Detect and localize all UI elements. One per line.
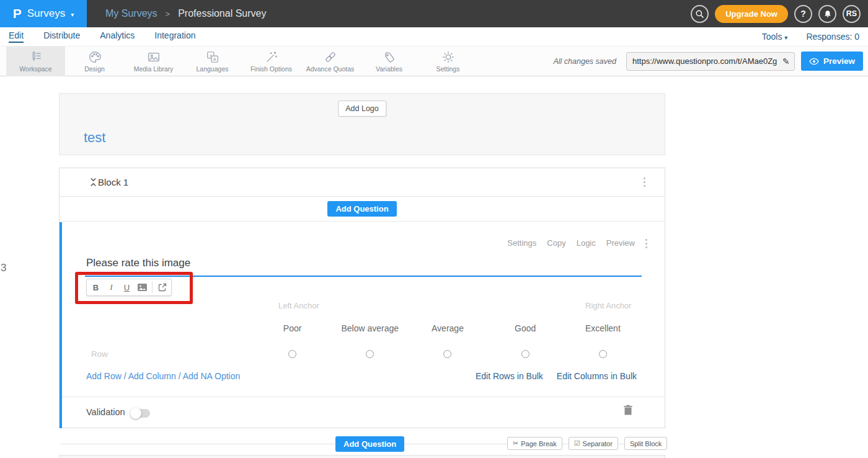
notifications-button[interactable] — [818, 5, 836, 23]
avatar-initials: RS — [846, 9, 857, 18]
top-bar: P Surveys ▾ My Surveys > Professional Su… — [0, 0, 868, 27]
left-anchor-input[interactable]: Left Anchor — [278, 301, 319, 310]
right-anchor-input[interactable]: Right Anchor — [585, 301, 631, 310]
tab-edit[interactable]: Edit — [9, 30, 24, 43]
radio-button[interactable] — [366, 350, 374, 358]
row-column-links: Add Row / Add Column / Add NA Option — [86, 371, 240, 381]
question-mark-icon: ? — [800, 9, 806, 19]
edit-columns-in-bulk-link[interactable]: Edit Columns in Bulk — [557, 371, 637, 381]
delete-question-button[interactable] — [624, 405, 632, 418]
column-header-excellent[interactable]: Excellent — [564, 323, 642, 333]
insert-image-button[interactable] — [135, 279, 150, 295]
tools-dropdown[interactable]: Tools ▾ — [762, 32, 788, 42]
user-avatar[interactable]: RS — [843, 5, 861, 23]
question-preview-link[interactable]: Preview — [606, 238, 635, 248]
radio-button[interactable] — [288, 350, 296, 358]
surveys-product-menu[interactable]: P Surveys ▾ — [0, 0, 87, 27]
external-link-icon — [158, 283, 167, 292]
page-break-button[interactable]: ✂Page Break — [507, 437, 562, 450]
validation-toggle[interactable] — [131, 409, 150, 418]
toolbar-item-design[interactable]: Design — [65, 47, 124, 76]
italic-button[interactable]: I — [104, 279, 119, 295]
radio-button[interactable] — [521, 350, 529, 358]
row-label-input[interactable]: Row — [91, 349, 108, 359]
question-number: 3 — [1, 262, 6, 274]
survey-title[interactable]: test — [84, 130, 105, 146]
column-header-good[interactable]: Good — [487, 323, 564, 333]
question-footer-divider — [62, 397, 665, 397]
toolbar-item-variables[interactable]: Variables — [360, 47, 418, 76]
add-logo-button[interactable]: Add Logo — [338, 101, 386, 117]
breadcrumb-separator: > — [166, 9, 170, 19]
text-format-toolbar: B I U — [86, 279, 172, 296]
collapse-block-icon[interactable] — [90, 177, 97, 190]
block-title[interactable]: Block 1 — [98, 177, 128, 187]
add-question-button[interactable]: Add Question — [327, 201, 396, 217]
question-settings-link[interactable]: Settings — [507, 238, 536, 248]
chevron-down-icon: ▾ — [71, 11, 74, 18]
split-block-button[interactable]: Split Block — [624, 437, 667, 450]
eye-icon — [809, 58, 819, 65]
product-label: Surveys — [27, 7, 65, 20]
separator-button[interactable]: ☑Separator — [569, 437, 618, 450]
search-icon — [695, 9, 704, 19]
toolbar-item-finish-options[interactable]: Finish Options — [242, 47, 301, 76]
topbar-actions: Upgrade Now ? RS — [691, 5, 868, 23]
media-library-icon — [147, 50, 161, 64]
column-header-below-average[interactable]: Below average — [331, 323, 409, 333]
add-question-button-bottom[interactable]: Add Question — [335, 436, 404, 452]
column-header-average[interactable]: Average — [409, 323, 486, 333]
edit-url-pencil-icon[interactable]: ✎ — [778, 56, 794, 66]
tab-distribute[interactable]: Distribute — [43, 30, 80, 43]
bold-button[interactable]: B — [88, 279, 104, 295]
question-copy-link[interactable]: Copy — [547, 238, 565, 248]
preview-button[interactable]: Preview — [801, 52, 863, 71]
search-button[interactable] — [691, 5, 709, 23]
tab-analytics[interactable]: Analytics — [100, 30, 135, 43]
help-button[interactable]: ? — [794, 5, 812, 23]
edit-rows-in-bulk-link[interactable]: Edit Rows in Bulk — [476, 371, 543, 381]
link-separator: / — [122, 371, 128, 381]
survey-url-box: ✎ — [626, 52, 795, 71]
column-header-poor[interactable]: Poor — [254, 323, 331, 333]
breadcrumb-my-surveys[interactable]: My Surveys — [105, 8, 157, 19]
question-menu-dots-icon[interactable] — [645, 239, 647, 248]
toolbar-item-languages[interactable]: xA Languages — [183, 47, 242, 76]
radio-button[interactable] — [443, 350, 451, 358]
finish-options-wand-icon — [265, 50, 278, 64]
radio-button[interactable] — [599, 350, 607, 358]
block-menu-dots-icon[interactable] — [644, 177, 645, 187]
next-block-card-edge — [59, 455, 665, 458]
toolbar-divider — [152, 282, 153, 293]
scissors-icon: ✂ — [513, 439, 518, 447]
toolbar-item-label: Settings — [436, 65, 460, 73]
bulk-edit-links: Edit Rows in Bulk Edit Columns in Bulk — [476, 371, 637, 381]
question-title-input[interactable]: Please rate this image — [86, 257, 190, 269]
save-status: All changes saved — [554, 57, 616, 66]
toolbar-item-media-library[interactable]: Media Library — [124, 47, 183, 76]
questionpro-logo: P — [13, 6, 22, 21]
add-na-option-link[interactable]: Add NA Option — [183, 371, 241, 381]
toolbar-items: Workspace Design Media Library xA Langua… — [6, 47, 477, 76]
workspace-icon — [29, 50, 43, 64]
upgrade-now-button[interactable]: Upgrade Now — [715, 5, 788, 23]
add-column-link[interactable]: Add Column — [128, 371, 176, 381]
question-logic-link[interactable]: Logic — [577, 238, 596, 248]
toolbar-item-settings[interactable]: Settings — [418, 47, 477, 76]
toggle-knob — [130, 408, 141, 419]
toolbar-item-label: Languages — [197, 65, 229, 73]
tab-integration[interactable]: Integration — [154, 30, 195, 43]
toolbar-item-label: Workspace — [19, 65, 51, 73]
toolbar-item-workspace[interactable]: Workspace — [6, 47, 65, 76]
trash-icon — [624, 405, 632, 415]
advance-quotas-link-icon — [324, 50, 337, 64]
survey-url-input[interactable] — [627, 56, 778, 66]
insert-link-button[interactable] — [154, 279, 170, 295]
add-row-link[interactable]: Add Row — [86, 371, 122, 381]
preview-label: Preview — [823, 56, 855, 66]
underline-button[interactable]: U — [119, 279, 135, 295]
responses-count[interactable]: Responses: 0 — [806, 32, 859, 42]
add-question-row: Add Question — [60, 197, 665, 222]
toolbar-item-label: Finish Options — [250, 65, 292, 73]
toolbar-item-advance-quotas[interactable]: Advance Quotas — [301, 47, 360, 76]
